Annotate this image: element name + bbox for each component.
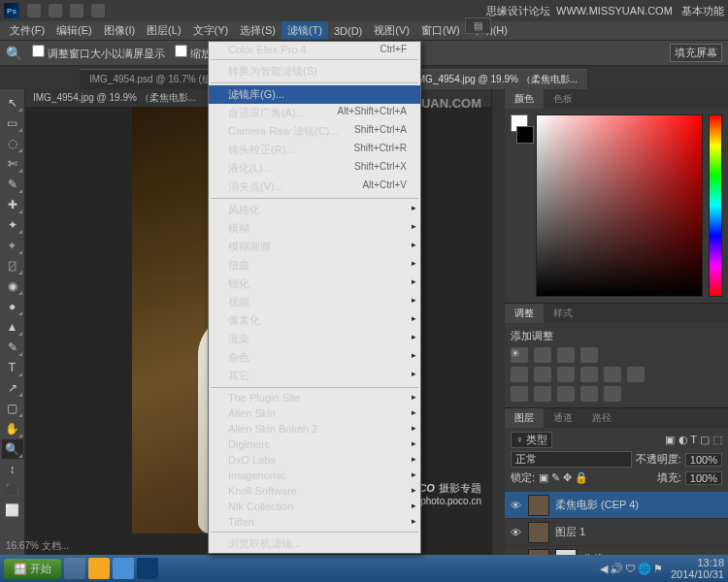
tool-button[interactable]: ⬛ [2,480,23,500]
tool-button[interactable]: ↕ [2,460,23,479]
tool-button[interactable]: ✚ [2,195,23,214]
tool-button[interactable]: T [2,358,23,377]
tool-button[interactable]: ▲ [2,317,23,337]
tool-button[interactable]: ◌ [2,134,23,153]
adj-mixer-icon[interactable] [604,367,621,382]
menu-dropdown-item[interactable]: 像素化 [209,311,420,330]
taskbar-app-icon[interactable] [88,558,110,579]
menu-dropdown-item[interactable]: 扭曲 [209,256,420,275]
menu-dropdown-item[interactable]: 模糊 [209,219,420,238]
layer-thumb[interactable] [528,495,549,516]
menu-dropdown-item[interactable]: 液化(L)...Shift+Ctrl+X [209,159,420,178]
menu-dropdown-item[interactable]: 锐化 [209,275,420,293]
menu-dropdown-item[interactable]: Alien Skin [209,405,420,421]
menu-item[interactable]: 文件(F) [4,21,50,40]
tool-button[interactable]: ✋ [2,419,23,438]
windows-taskbar[interactable]: 🪟 开始 ◀ 🔊 🛡 🌐 ⚑ 13:182014/10/31 [0,555,728,582]
document-tab[interactable]: IMG_4954.jpg @ 19.9% （柔焦电影... [405,69,587,89]
tool-button[interactable]: 🔍 [2,439,23,459]
workspace-label[interactable]: 基本功能 [681,5,724,16]
menu-dropdown-item[interactable]: Imagenomic [209,468,420,483]
menu-dropdown-item[interactable]: Tiffen [209,514,420,530]
collapsed-panel-tab[interactable]: ▤ [465,17,491,34]
tool-button[interactable]: ✎ [2,175,23,194]
menu-dropdown-item[interactable]: DxO Labs [209,452,420,468]
tray-icon[interactable]: 🛡 [625,563,636,574]
adj-thresh-icon[interactable] [557,386,575,402]
tool-button[interactable]: ↗ [2,378,23,398]
tool-button[interactable]: ↖ [2,93,23,113]
tab-swatches[interactable]: 色板 [544,89,582,109]
menu-dropdown-item[interactable]: The Plugin Site [209,390,420,405]
menu-dropdown-item[interactable]: 消失点(V)...Alt+Ctrl+V [209,178,420,196]
adj-poster-icon[interactable] [534,386,551,402]
menu-item[interactable]: 滤镜(T) [281,21,328,40]
menu-dropdown-item[interactable]: 浏览联机滤镜... [209,534,420,553]
menu-dropdown-item[interactable]: Nik Collection [209,499,420,514]
opt-fitscreen[interactable]: 调整窗口大小以满屏显示 [32,45,165,61]
adj-invert-icon[interactable] [511,386,528,402]
adj-curves-icon[interactable] [557,347,575,363]
tab-layers-group[interactable]: 路径 [582,408,621,428]
tab-styles[interactable]: 样式 [544,304,582,323]
menu-bar[interactable]: 文件(F)编辑(E)图像(I)图层(L)文字(Y)选择(S)滤镜(T)3D(D)… [0,21,728,41]
menu-dropdown-item[interactable]: Digimarc [209,436,420,452]
tray-icon[interactable]: 🔊 [610,563,623,575]
menu-dropdown-item[interactable]: 渲染 [209,330,420,348]
tool-button[interactable]: ▢ [2,399,23,418]
menu-dropdown-item[interactable]: 杂色 [209,348,420,367]
opacity-input[interactable]: 100% [685,453,722,467]
tool-button[interactable]: ⬜ [2,501,23,520]
color-picker-field[interactable] [536,114,703,297]
layer-thumb[interactable] [528,522,549,543]
adj-levels-icon[interactable] [534,347,551,363]
tool-button[interactable]: ▭ [2,113,23,133]
tab-layers-group[interactable]: 通道 [544,408,582,428]
menu-dropdown-item[interactable]: 滤镜库(G)... [209,85,420,104]
layer-filter-kind[interactable]: ♀ 类型 [511,432,552,448]
start-button[interactable]: 🪟 开始 [4,559,61,579]
taskbar-app-icon[interactable] [64,558,85,579]
menu-dropdown-item[interactable]: 视频 [209,293,420,311]
blend-mode-select[interactable]: 正常 [511,451,632,468]
adj-gradmap-icon[interactable] [580,386,598,402]
menu-dropdown-item[interactable]: 风格化 [209,201,420,219]
menu-item[interactable]: 视图(V) [368,21,415,40]
adj-hue-icon[interactable] [534,367,551,382]
tray-icon[interactable]: 🌐 [638,563,651,575]
tool-button[interactable]: ✦ [2,215,23,235]
fill-input[interactable]: 100% [685,471,722,485]
tool-button[interactable]: ● [2,297,23,316]
menu-dropdown-item[interactable]: 镜头校正(R)...Shift+Ctrl+R [209,141,420,159]
menu-dropdown-item[interactable]: 转换为智能滤镜(S) [209,62,420,81]
taskbar-app-icon[interactable] [137,558,158,579]
visibility-icon[interactable]: 👁 [509,500,522,511]
title-quick-icons[interactable] [27,4,105,17]
tool-button[interactable]: ◉ [2,276,23,296]
adj-exposure-icon[interactable] [580,347,598,363]
menu-item[interactable]: 文字(Y) [187,21,235,40]
adj-vibrance-icon[interactable] [511,367,528,382]
menu-dropdown-item[interactable]: Color Efex Pro 4Ctrl+F [209,42,420,57]
menu-item[interactable]: 窗口(W) [415,21,466,40]
menu-item[interactable]: 选择(S) [234,21,281,40]
menu-dropdown-item[interactable]: 其它 [209,367,420,385]
menu-dropdown-item[interactable]: Knoll Software [209,483,420,499]
tool-button[interactable]: ⍁ [2,256,23,275]
adj-lut-icon[interactable] [627,367,645,382]
tool-button[interactable]: ⌖ [2,236,23,255]
menu-item[interactable]: 图层(L) [141,21,186,40]
adj-brightness-icon[interactable]: ☀ [511,347,528,363]
layer-row[interactable]: 👁柔焦电影 (CEP 4) [505,492,728,519]
visibility-icon[interactable]: 👁 [509,527,522,538]
menu-dropdown-item[interactable]: Camera Raw 滤镜(C)...Shift+Ctrl+A [209,122,420,141]
adj-photo-icon[interactable] [580,367,598,382]
tray-icon[interactable]: ⚑ [653,563,663,575]
menu-dropdown-item[interactable]: 模糊画廊 [209,238,420,256]
opt-fill-screen[interactable]: 填充屏幕 [670,44,722,62]
tray-icon[interactable]: ◀ [600,563,608,575]
menu-item[interactable]: 3D(D) [328,23,368,39]
tool-button[interactable]: ✎ [2,338,23,357]
menu-dropdown-item[interactable]: Alien Skin Bokeh 2 [209,421,420,436]
layer-row[interactable]: 👁图层 1 [505,519,728,546]
